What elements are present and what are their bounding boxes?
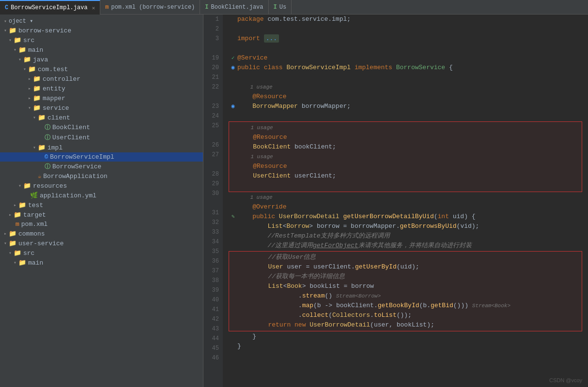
folder-icon-impl: 📁 (38, 144, 46, 151)
code-line-35: //这里通过调用getForObject来请求其他服务，并将结果自动进行封装 (229, 241, 582, 251)
tab-borrow-impl[interactable]: C BorrowServiceImpl.java ✕ (0, 0, 100, 15)
label-borrowservice: BorrowService (52, 163, 101, 170)
sidebar-item-borrow-service[interactable]: 📁 borrow-service (0, 26, 203, 35)
tab-close-borrow-impl[interactable]: ✕ (92, 5, 95, 11)
highlight-box-1: 1 usage @Resource BookClient bookClient;… (229, 121, 582, 192)
line-content-45: } (237, 342, 582, 351)
folder-icon-controller: 📁 (33, 75, 41, 83)
sidebar-item-bookclient[interactable]: ⓘ BookClient (0, 122, 203, 133)
usage-hint-26: 1 usage (238, 123, 582, 133)
line-content-3: import ... (237, 34, 582, 44)
sidebar-item-commons[interactable]: 📁 commons (0, 229, 203, 238)
label-java: java (33, 56, 48, 63)
label-comtest: com.test (38, 66, 68, 73)
arrow-mapper (26, 95, 33, 101)
sidebar-item-borrowapp[interactable]: ☕ BorrowApplication (0, 172, 203, 181)
sidebar-item-impl[interactable]: 📁 impl (0, 143, 203, 152)
code-line-23: @Resource (229, 92, 582, 102)
sidebar-item-target[interactable]: 📁 target (0, 210, 203, 220)
line-content-39: List<Book> bookList = borrow (238, 282, 582, 291)
sidebar-item-appyml[interactable]: 🌿 application.yml (0, 191, 203, 200)
gutter-24: ◉ (229, 102, 237, 111)
folder-icon-java: 📁 (23, 56, 31, 63)
folder-icon-userservice: 📁 (9, 239, 16, 247)
sidebar-item-userservice-main[interactable]: 📁 main (0, 258, 203, 268)
label-userservice-src: src (23, 250, 34, 257)
label-bookclient: BookClient (52, 124, 90, 131)
tab-icon-m: m (105, 4, 108, 11)
sidebar-item-entity[interactable]: 📁 entity (0, 84, 203, 93)
sidebar-item-pomxml[interactable]: m pom.xml (0, 220, 203, 229)
sidebar-item-test[interactable]: 📁 test (0, 200, 203, 210)
tab-label-pom: pom.xml (borrow-service) (111, 4, 195, 11)
arrow-target (7, 212, 14, 218)
sidebar-item-borrowservice[interactable]: ⓘ BorrowService (0, 162, 203, 172)
sidebar-item-resources[interactable]: 📁 resources (0, 181, 203, 191)
tab-userclient[interactable]: I Us (269, 0, 292, 15)
code-line-38: //获取每一本书的详细信息 (229, 272, 582, 282)
folder-icon-test: 📁 (18, 201, 26, 209)
code-usage-28: 1 usage (229, 152, 582, 162)
arrow-client (31, 115, 38, 120)
folder-icon-userservice-main: 📁 (18, 259, 26, 267)
code-line-37: User user = userClient.getUserById(uid); (229, 262, 582, 272)
code-line-22 (229, 73, 582, 82)
project-sidebar[interactable]: oject ▾ 📁 borrow-service 📁 src 📁 main 📁 … (0, 15, 203, 387)
project-header: oject ▾ (0, 16, 203, 26)
sidebar-item-main[interactable]: 📁 main (0, 45, 203, 55)
code-area[interactable]: package com.test.service.impl; import ..… (223, 15, 588, 387)
arrow-userservice (2, 240, 9, 246)
sidebar-item-borrowserviceimpl[interactable]: © BorrowServiceImpl (0, 152, 203, 162)
code-line-40: .stream() Stream<Borrow> (229, 291, 582, 301)
line-content-20: @Service (237, 53, 582, 63)
sidebar-item-service[interactable]: 📁 service (0, 103, 203, 113)
sidebar-item-userservice[interactable]: 📁 user-service (0, 238, 203, 248)
folder-icon-client: 📁 (38, 114, 46, 121)
code-line-33: List<Borrow> borrow = borrowMapper.getBo… (229, 222, 582, 231)
code-line-2 (229, 24, 582, 34)
sidebar-item-userclient[interactable]: ⓘ UserClient (0, 133, 203, 143)
label-borrowapp: BorrowApplication (43, 173, 108, 180)
label-test: test (28, 202, 43, 209)
folder-icon-entity: 📁 (33, 85, 41, 92)
icon-pomxml: m (15, 221, 19, 228)
sidebar-item-userservice-src[interactable]: 📁 src (0, 248, 203, 258)
gutter-21: ◉ (229, 63, 237, 73)
folder-icon-mapper: 📁 (33, 94, 41, 102)
tab-bookclient[interactable]: I BookClient.java (200, 0, 268, 15)
tab-bar: C BorrowServiceImpl.java ✕ m pom.xml (bo… (0, 0, 588, 15)
label-controller: controller (43, 75, 80, 83)
tab-pom[interactable]: m pom.xml (borrow-service) (100, 0, 200, 15)
label-resources: resources (33, 182, 67, 190)
sidebar-item-java[interactable]: 📁 java (0, 55, 203, 64)
code-line-32: ✎ public UserBorrowDetail getUserBorrowD… (229, 212, 582, 222)
code-line-20: ✓ @Service (229, 53, 582, 63)
line-content-23: @Resource (237, 92, 582, 102)
code-line-29: UserClient userClient; (229, 171, 582, 181)
code-line-28: @Resource (229, 162, 582, 171)
arrow-userservice-main (12, 260, 18, 266)
code-line-45: } (229, 342, 582, 351)
folder-icon-service: 📁 (33, 104, 41, 112)
line-content-38: //获取每一本书的详细信息 (238, 272, 582, 282)
tab-icon-c: C (5, 4, 8, 11)
folder-icon-commons: 📁 (9, 230, 16, 238)
code-line-44: } (229, 332, 582, 342)
arrow-java (16, 57, 23, 62)
line-content-41: .map(b -> bookClient.getBookById(b.getBi… (238, 301, 582, 311)
code-line-34: //RestTemplate支持多种方式的远程调用 (229, 231, 582, 241)
sidebar-item-client[interactable]: 📁 client (0, 113, 203, 122)
sidebar-item-src[interactable]: 📁 src (0, 35, 203, 45)
code-line-46 (229, 351, 582, 361)
main-layout: oject ▾ 📁 borrow-service 📁 src 📁 main 📁 … (0, 15, 588, 387)
sidebar-item-comtest[interactable]: 📁 com.test (0, 64, 203, 74)
tab-icon-i-user: I (274, 4, 277, 11)
sidebar-item-mapper[interactable]: 📁 mapper (0, 93, 203, 103)
line-content-26: @Resource (238, 133, 582, 142)
line-content-33: List<Borrow> borrow = borrowMapper.getBo… (237, 222, 582, 231)
sidebar-item-controller[interactable]: 📁 controller (0, 74, 203, 84)
code-line-3: import ... (229, 34, 582, 44)
line-content-32: public UserBorrowDetail getUserBorrowDet… (237, 212, 582, 222)
line-content-44: } (237, 332, 582, 342)
tab-label-userclient: Us (279, 4, 286, 11)
